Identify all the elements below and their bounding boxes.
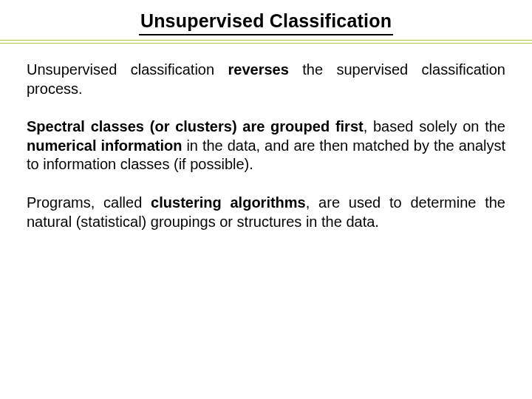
slide: Unsupervised Classification Unsupervised… — [0, 0, 532, 399]
title-area: Unsupervised Classification — [0, 0, 532, 35]
paragraph-1: Unsupervised classification reverses the… — [27, 61, 505, 98]
page-title: Unsupervised Classification — [139, 10, 393, 35]
p1-bold-1: reverses — [228, 61, 289, 78]
paragraph-3: Programs, called clustering algorithms, … — [27, 194, 505, 231]
paragraph-2: Spectral classes (or clusters) are group… — [27, 117, 505, 174]
body-text: Unsupervised classification reverses the… — [0, 44, 532, 231]
p2-bold-2: numerical information — [27, 137, 182, 154]
p2-text-1: , based solely on the — [364, 118, 505, 134]
p2-bold-1: Spectral classes (or clusters) are group… — [27, 118, 364, 134]
p3-text-1: Programs, called — [27, 194, 151, 211]
p1-text-1: Unsupervised classification — [27, 61, 228, 78]
title-underline-double — [0, 40, 532, 44]
p3-bold-1: clustering algorithms — [151, 194, 306, 211]
